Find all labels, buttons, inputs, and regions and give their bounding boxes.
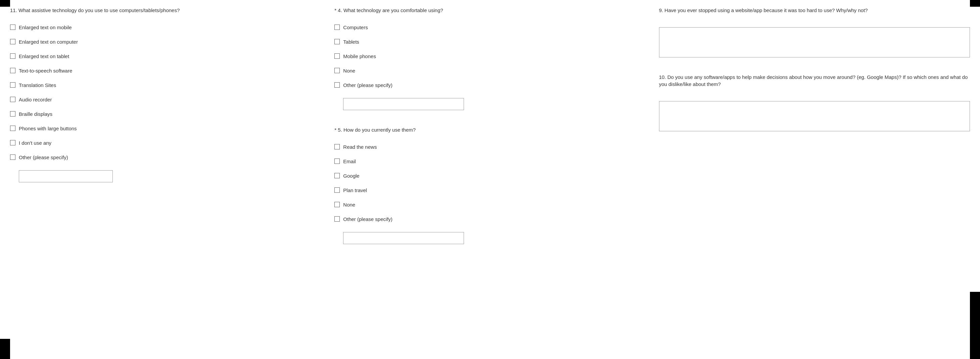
- other-q11-checkbox[interactable]: [10, 155, 16, 160]
- translation-sites-checkbox[interactable]: [10, 82, 16, 88]
- google-label: Google: [343, 172, 359, 179]
- braille-displays-checkbox[interactable]: [10, 111, 16, 116]
- mobile-phones-checkbox[interactable]: [334, 53, 340, 59]
- audio-recorder-label: Audio recorder: [19, 96, 52, 103]
- column-3: 9. Have you ever stopped using a website…: [659, 7, 970, 244]
- tablets-label: Tablets: [343, 38, 359, 45]
- phones-large-buttons-label: Phones with large buttons: [19, 125, 77, 132]
- plan-travel-label: Plan travel: [343, 187, 367, 194]
- text-to-speech-label: Text-to-speech software: [19, 67, 72, 74]
- question-5-title: * 5. How do you currently use them?: [334, 126, 645, 133]
- question-10-textarea[interactable]: [659, 101, 970, 131]
- audio-recorder-checkbox[interactable]: [10, 97, 16, 102]
- checkbox-read-news: Read the news: [334, 144, 645, 150]
- page-layout: 11. What assistive technology do you use…: [10, 7, 970, 244]
- column-2: * 4. What technology are you comfortable…: [334, 7, 645, 244]
- plan-travel-checkbox[interactable]: [334, 187, 340, 193]
- decorative-bar-top-right: [970, 0, 980, 7]
- checkbox-enlarged-mobile: Enlarged text on mobile: [10, 24, 321, 31]
- checkbox-other-q11: Other (please specify): [10, 154, 321, 161]
- checkbox-dont-use-any: I don't use any: [10, 139, 321, 147]
- decorative-bar-top-left: [0, 0, 10, 7]
- question-9-title: 9. Have you ever stopped using a website…: [659, 7, 970, 14]
- checkbox-enlarged-computer: Enlarged text on computer: [10, 38, 321, 45]
- enlarged-computer-checkbox[interactable]: [10, 39, 16, 44]
- checkbox-translation-sites: Translation Sites: [10, 81, 321, 89]
- dont-use-any-checkbox[interactable]: [10, 140, 16, 145]
- other-q4-label: Other (please specify): [343, 81, 393, 89]
- email-checkbox[interactable]: [334, 158, 340, 164]
- none-q5-checkbox[interactable]: [334, 202, 340, 207]
- other-q5-label: Other (please specify): [343, 215, 393, 223]
- checkbox-braille-displays: Braille displays: [10, 110, 321, 118]
- checkbox-text-to-speech: Text-to-speech software: [10, 67, 321, 74]
- none-q4-checkbox[interactable]: [334, 68, 340, 73]
- checkbox-none-q4: None: [334, 67, 645, 74]
- email-label: Email: [343, 158, 356, 165]
- question-10-title: 10. Do you use any software/apps to help…: [659, 73, 970, 88]
- other-q4-checkbox[interactable]: [334, 82, 340, 88]
- text-to-speech-checkbox[interactable]: [10, 68, 16, 73]
- checkbox-computers: Computers: [334, 24, 645, 31]
- read-news-label: Read the news: [343, 144, 377, 150]
- question-9-textarea[interactable]: [659, 27, 970, 57]
- enlarged-mobile-checkbox[interactable]: [10, 24, 16, 30]
- computers-checkbox[interactable]: [334, 24, 340, 30]
- checkbox-phones-large-buttons: Phones with large buttons: [10, 125, 321, 132]
- computers-label: Computers: [343, 24, 368, 31]
- none-q4-label: None: [343, 67, 355, 74]
- checkbox-none-q5: None: [334, 201, 645, 208]
- enlarged-tablet-label: Enlarged text on tablet: [19, 53, 69, 60]
- checkbox-email: Email: [334, 158, 645, 165]
- checkbox-google: Google: [334, 172, 645, 179]
- mobile-phones-label: Mobile phones: [343, 53, 376, 60]
- other-q11-label: Other (please specify): [19, 154, 68, 161]
- dont-use-any-label: I don't use any: [19, 139, 51, 147]
- google-checkbox[interactable]: [334, 173, 340, 178]
- question-11-title: 11. What assistive technology do you use…: [10, 7, 321, 14]
- none-q5-label: None: [343, 201, 355, 208]
- tablets-checkbox[interactable]: [334, 39, 340, 44]
- other-q5-input[interactable]: [343, 232, 464, 244]
- column-1: 11. What assistive technology do you use…: [10, 7, 321, 244]
- checkbox-other-q5: Other (please specify): [334, 215, 645, 223]
- checkbox-enlarged-tablet: Enlarged text on tablet: [10, 53, 321, 60]
- read-news-checkbox[interactable]: [334, 144, 340, 150]
- question-4-title: * 4. What technology are you comfortable…: [334, 7, 645, 14]
- other-q4-input[interactable]: [343, 98, 464, 110]
- enlarged-computer-label: Enlarged text on computer: [19, 38, 78, 45]
- checkbox-tablets: Tablets: [334, 38, 645, 45]
- checkbox-audio-recorder: Audio recorder: [10, 96, 321, 103]
- translation-sites-label: Translation Sites: [19, 81, 56, 89]
- other-q5-checkbox[interactable]: [334, 216, 340, 222]
- other-q11-input[interactable]: [19, 170, 113, 182]
- checkbox-other-q4: Other (please specify): [334, 81, 645, 89]
- phones-large-buttons-checkbox[interactable]: [10, 126, 16, 131]
- enlarged-tablet-checkbox[interactable]: [10, 53, 16, 59]
- checkbox-mobile-phones: Mobile phones: [334, 53, 645, 60]
- enlarged-mobile-label: Enlarged text on mobile: [19, 24, 72, 31]
- checkbox-plan-travel: Plan travel: [334, 187, 645, 194]
- braille-displays-label: Braille displays: [19, 110, 52, 118]
